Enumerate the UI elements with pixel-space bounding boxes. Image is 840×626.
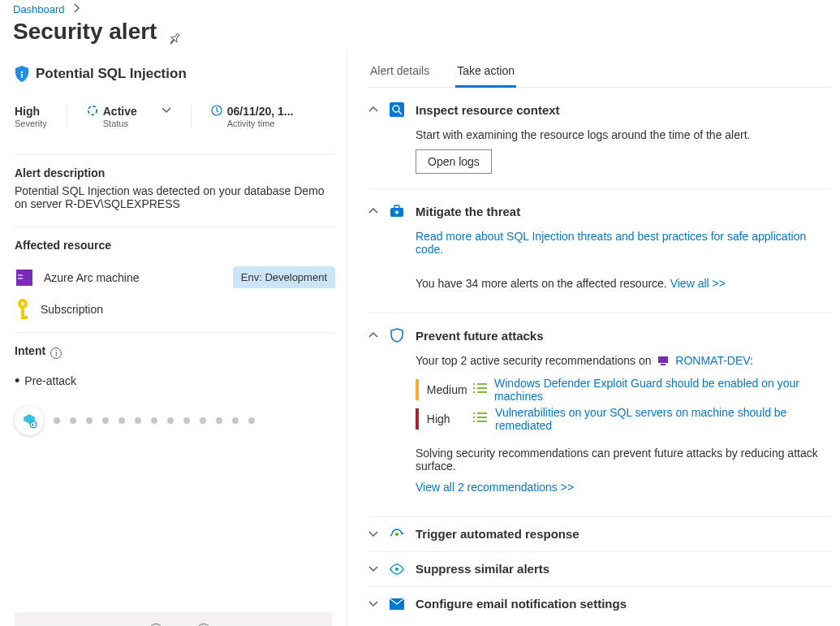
resource-label: Azure Arc machine xyxy=(44,271,140,284)
inspect-icon xyxy=(390,102,404,117)
eye-off-icon xyxy=(390,562,404,576)
svg-point-2 xyxy=(88,106,97,115)
breadcrumb-root-link[interactable]: Dashboard xyxy=(13,3,65,15)
open-logs-button[interactable]: Open logs xyxy=(416,149,492,174)
computer-icon xyxy=(657,355,669,369)
svg-rect-5 xyxy=(18,274,23,276)
tab-bar: Alert details Take action xyxy=(368,51,832,88)
panel-mitigate-header[interactable]: Mitigate the threat xyxy=(368,204,832,218)
env-badge: Env: Development xyxy=(233,266,335,288)
svg-rect-6 xyxy=(18,278,23,279)
alert-name: Potential SQL Injection xyxy=(15,66,335,82)
chevron-down-icon xyxy=(368,599,378,609)
chevron-down-icon xyxy=(368,529,378,539)
chevron-up-icon xyxy=(368,330,378,340)
tab-alert-details[interactable]: Alert details xyxy=(368,59,431,87)
svg-rect-1 xyxy=(21,74,23,78)
alert-description-body: Potential SQL Injection was detected on … xyxy=(15,184,335,210)
intent-stage: • Pre-attack xyxy=(15,373,335,388)
panel-inspect-header[interactable]: Inspect resource context xyxy=(368,102,832,117)
svg-point-0 xyxy=(21,71,23,73)
pin-icon[interactable] xyxy=(168,25,181,38)
svg-rect-12 xyxy=(390,102,404,117)
spinner-icon xyxy=(87,105,98,116)
svg-rect-17 xyxy=(661,364,666,365)
panel-suppress-header[interactable]: Suppress similar alerts xyxy=(368,562,832,576)
recommendation-row-medium[interactable]: Medium Windows Defender Exploit Guard sh… xyxy=(416,377,832,403)
mitigate-link[interactable]: Read more about SQL Injection threats an… xyxy=(416,230,806,256)
affected-resource-heading: Affected resource xyxy=(15,239,335,252)
clock-icon xyxy=(211,105,222,116)
checklist-icon xyxy=(473,382,494,396)
panel-prevent-header[interactable]: Prevent future attacks xyxy=(368,328,832,343)
recommendation-row-high[interactable]: High Vulnerabilities on your SQL servers… xyxy=(416,406,832,432)
automation-icon xyxy=(390,527,404,542)
shield-icon xyxy=(15,66,29,82)
chevron-down-icon[interactable] xyxy=(162,105,171,118)
chevron-down-icon xyxy=(368,564,378,574)
server-icon xyxy=(15,268,34,287)
resource-item-subscription[interactable]: Subscription xyxy=(15,298,335,321)
svg-point-19 xyxy=(395,568,398,571)
severity-bar-high xyxy=(416,408,419,430)
prevent-intro: Your top 2 active security recommendatio… xyxy=(416,354,832,369)
intent-start-node xyxy=(15,406,44,435)
page-title: Security alert xyxy=(13,19,840,45)
recommendation-link[interactable]: Windows Defender Exploit Guard should be… xyxy=(494,377,832,403)
svg-rect-10 xyxy=(21,316,28,319)
view-all-recs-link[interactable]: View all 2 recommendations >> xyxy=(416,481,574,494)
resource-item-arc[interactable]: Azure Arc machine Env: Development xyxy=(15,266,335,288)
alert-description-heading: Alert description xyxy=(15,166,335,179)
checklist-icon xyxy=(473,412,495,425)
solving-text: Solving security recommendations can pre… xyxy=(416,447,832,473)
activity-stat: 06/11/20, 1... Activity time xyxy=(192,105,313,128)
mail-icon xyxy=(390,597,404,611)
key-icon xyxy=(15,298,31,321)
panel-email-header[interactable]: Configure email notification settings xyxy=(368,597,832,611)
status-stat[interactable]: Active Status xyxy=(67,105,192,128)
medkit-icon xyxy=(390,204,404,218)
svg-point-18 xyxy=(395,533,398,536)
chevron-up-icon xyxy=(368,105,378,114)
more-alerts-text: You have 34 more alerts on the affected … xyxy=(416,277,670,290)
resource-link[interactable]: RONMAT-DEV xyxy=(675,354,750,367)
chevron-up-icon xyxy=(368,206,378,216)
svg-rect-16 xyxy=(658,356,668,363)
feedback-bar: Was this useful? Yes No ✕ xyxy=(15,612,332,626)
tab-take-action[interactable]: Take action xyxy=(455,59,516,88)
recommendation-link[interactable]: Vulnerabilities on your SQL servers on m… xyxy=(495,406,832,432)
panel-trigger-header[interactable]: Trigger automated response xyxy=(368,527,832,542)
inspect-description: Start with examining the resource logs a… xyxy=(416,128,832,141)
severity-label: Medium xyxy=(427,383,473,396)
svg-rect-15 xyxy=(394,205,399,209)
severity-bar-medium xyxy=(416,379,419,400)
info-icon[interactable]: i xyxy=(50,348,62,359)
resource-label: Subscription xyxy=(41,303,103,316)
intent-timeline xyxy=(15,406,335,435)
breadcrumb: Dashboard xyxy=(0,0,840,15)
view-all-alerts-link[interactable]: View all >> xyxy=(670,277,726,290)
svg-point-8 xyxy=(21,302,24,305)
shield-outline-icon xyxy=(390,328,404,343)
chevron-right-icon xyxy=(67,3,87,15)
severity-stat: High Severity xyxy=(15,105,67,128)
intent-heading: Intent i xyxy=(15,344,335,362)
severity-label: High xyxy=(427,412,473,425)
